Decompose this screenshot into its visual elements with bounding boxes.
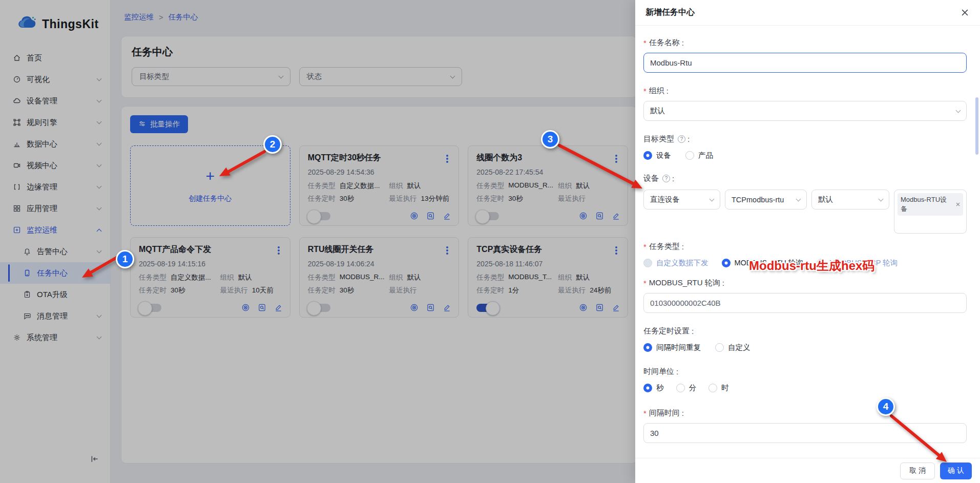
scrollbar-thumb[interactable] [975,97,978,155]
radio-unit-minute[interactable]: 分 [676,383,697,393]
cancel-button[interactable]: 取 消 [900,463,935,479]
time-unit-label: 时间单位 : [643,367,967,376]
chevron-down-icon [956,108,961,113]
device-org-select[interactable]: 默认 [811,190,889,209]
interval-input[interactable] [643,423,967,443]
help-icon: ? [662,175,670,182]
radio-checked-icon [643,343,652,352]
task-name-input[interactable] [643,53,967,73]
device-product-select[interactable]: TCPmodbus-rtu [725,190,807,209]
radio-checked-icon [722,259,731,267]
radio-disabled-icon [817,259,825,267]
device-multiselect[interactable]: Modbus-RTU设备 [894,190,967,234]
task-type-radio-group: 自定义数据下发 MODBUS_RTU 轮询 MODBUS_TCP 轮询 [643,258,967,268]
help-icon: ? [678,135,685,143]
drawer-title: 新增任务中心 [645,7,695,18]
radio-checked-icon [643,384,652,392]
radio-interval-repeat[interactable]: 间隔时间重复 [643,343,701,352]
device-tag: Modbus-RTU设备 [898,193,963,216]
chevron-down-icon [879,196,884,201]
radio-unit-second[interactable]: 秒 [643,383,664,393]
radio-target-product[interactable]: 产品 [685,151,713,160]
app-window: ThingsKit 首页 可视化 设备管理 规则引擎 [0,0,980,483]
close-icon[interactable] [961,9,969,16]
radio-unchecked-icon [676,384,685,392]
org-select[interactable]: 默认 [643,101,967,121]
modbus-rtu-hex-input[interactable] [643,293,967,313]
radio-checked-icon [643,151,652,160]
target-type-label: 目标类型 ? : [643,134,967,144]
radio-unchecked-icon [715,343,724,352]
radio-modbus-tcp[interactable]: MODBUS_TCP 轮询 [817,258,898,268]
radio-custom-schedule[interactable]: 自定义 [715,343,750,352]
task-type-label: * 任务类型 : [643,242,967,251]
org-label: * 组织 : [643,86,967,96]
confirm-button[interactable]: 确 认 [940,463,972,479]
modbus-rtu-label: * MODBUS_RTU 轮询 : [643,278,967,288]
radio-custom-data[interactable]: 自定义数据下发 [643,258,708,268]
drawer-footer: 取 消 确 认 [635,458,980,483]
chevron-down-icon [796,196,801,201]
time-unit-radio-group: 秒 分 时 [643,383,967,393]
drawer-body: * 任务名称 : * 组织 : 默认 目标类型 ? : 设备 产品 [635,26,980,443]
radio-target-device[interactable]: 设备 [643,151,671,160]
target-type-radio-group: 设备 产品 [643,151,967,160]
interval-label: * 间隔时间 : [643,408,967,418]
tag-remove-icon[interactable] [956,202,960,206]
device-select-row: 直连设备 TCPmodbus-rtu 默认 Modbus-RTU设备 [643,190,967,235]
task-name-label: * 任务名称 : [643,38,967,48]
schedule-label: 任务定时设置 : [643,326,967,336]
radio-unit-hour[interactable]: 时 [708,383,729,393]
radio-unchecked-icon [708,384,717,392]
schedule-radio-group: 间隔时间重复 自定义 [643,343,967,352]
radio-modbus-rtu[interactable]: MODBUS_RTU 轮询 [722,258,803,268]
device-access-select[interactable]: 直连设备 [643,190,720,209]
add-task-drawer: 新增任务中心 * 任务名称 : * 组织 : 默认 目标类型 ? [635,0,980,483]
radio-unchecked-icon [685,151,694,160]
chevron-down-icon [710,196,715,201]
radio-disabled-icon [643,259,652,267]
device-label: 设备 ? : [643,174,967,183]
